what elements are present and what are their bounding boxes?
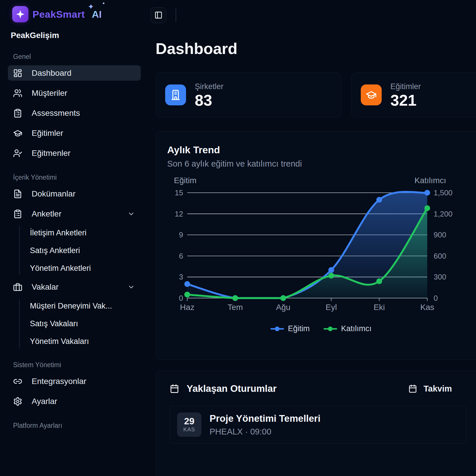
legend-item: Eğitim — [271, 324, 310, 333]
submenu-item[interactable]: İletişim Anketleri — [30, 226, 141, 240]
page-title: Dashboard — [156, 39, 476, 57]
sessions-title: Yaklaşan Oturumlar — [187, 383, 277, 394]
stat-value: 321 — [390, 92, 421, 108]
svg-text:12: 12 — [175, 210, 183, 218]
sidebar-nav: GenelDashboardMüşterilerAssessmentsEğiti… — [8, 53, 141, 430]
sidebar-item-ayarlar[interactable]: Ayarlar — [8, 394, 141, 409]
sidebar-item-dashboard[interactable]: Dashboard — [8, 65, 141, 81]
sidebar-item-entegrasyonlar[interactable]: Entegrasyonlar — [8, 374, 141, 389]
submenu-item[interactable]: Satış Anketleri — [30, 244, 141, 257]
topbar — [150, 7, 476, 23]
chevron-down-icon[interactable] — [127, 210, 135, 218]
svg-text:900: 900 — [434, 230, 446, 239]
chevron-down-icon[interactable] — [127, 283, 135, 291]
legend-marker-icon — [324, 326, 337, 332]
svg-text:Ağu: Ağu — [276, 303, 291, 312]
svg-text:9: 9 — [179, 230, 183, 239]
submenu: Müşteri Deneyimi Vak...Satış VakalarıYön… — [19, 299, 141, 348]
file-text-icon — [13, 189, 22, 199]
brand-ai: AI✦✦ — [92, 9, 102, 20]
sidebar: PeakSmart AI✦✦ PeakGelişim GenelDashboar… — [0, 0, 149, 476]
sessions-list: 29KASProje Yönetimi TemelleriPHEALX · 09… — [170, 406, 466, 443]
link-icon — [13, 377, 22, 386]
sparkle-icon: ✦ — [88, 2, 94, 11]
sidebar-item-label: Ayarlar — [32, 397, 57, 406]
stats-row: Şirketler83Eğitimler321 — [156, 73, 476, 117]
building-icon — [170, 89, 181, 100]
svg-text:0: 0 — [179, 294, 183, 302]
panel-left-icon — [154, 11, 163, 19]
submenu: İletişim AnketleriSatış AnketleriYönetim… — [19, 226, 141, 275]
legend-label: Eğitim — [288, 324, 310, 333]
briefcase-icon — [13, 282, 22, 292]
legend-item: Katılımcı — [324, 324, 372, 333]
sidebar-item-m-teriler[interactable]: Müşteriler — [8, 85, 141, 101]
sidebar-item-label: Eğitmenler — [32, 149, 71, 158]
svg-text:6: 6 — [179, 252, 183, 260]
sidebar-item-label: Vakalar — [32, 282, 59, 292]
layout-dashboard-icon — [13, 68, 22, 78]
monthly-trend-card: Aylık Trend Son 6 aylık eğitim ve katılı… — [156, 131, 476, 360]
svg-text:1,200: 1,200 — [434, 210, 452, 218]
chart-title: Aylık Trend — [167, 144, 476, 156]
session-day: 29 — [184, 416, 194, 426]
session-month: KAS — [183, 426, 195, 433]
clipboard-list-icon — [13, 109, 22, 118]
topbar-divider — [176, 8, 176, 22]
nav-section-label: Platform Ayarları — [13, 422, 141, 430]
brand-name: PeakSmart — [33, 9, 85, 20]
sidebar-item-label: Müşteriler — [32, 89, 67, 98]
svg-text:3: 3 — [179, 273, 183, 281]
sidebar-item-assessments[interactable]: Assessments — [8, 105, 141, 121]
svg-text:Eğitim: Eğitim — [174, 176, 196, 185]
stat-value: 83 — [195, 92, 223, 108]
submenu-item[interactable]: Yönetim Vakaları — [30, 335, 141, 348]
user-check-icon — [13, 149, 22, 158]
submenu-item[interactable]: Müşteri Deneyimi Vak... — [30, 299, 141, 313]
chevron-down-icon — [127, 210, 135, 218]
chart-subtitle: Son 6 aylık eğitim ve katılımcı trendi — [167, 159, 476, 169]
submenu-item[interactable]: Yönetim Anketleri — [30, 262, 141, 275]
session-title: Proje Yönetimi Temelleri — [210, 413, 320, 424]
svg-text:0: 0 — [434, 294, 438, 302]
legend-marker-icon — [271, 326, 284, 332]
sidebar-item-label: Entegrasyonlar — [32, 377, 86, 386]
sidebar-item-label: Dashboard — [32, 68, 71, 78]
sidebar-toggle-button[interactable] — [150, 7, 166, 23]
sidebar-item-e-itimler[interactable]: Eğitimler — [8, 125, 141, 141]
graduation-cap-icon — [13, 129, 22, 138]
svg-text:Kas: Kas — [420, 303, 434, 312]
main-area: Dashboard Şirketler83Eğitimler321 Aylık … — [149, 0, 476, 476]
workspace-name: PeakGelişim — [11, 31, 141, 40]
trend-chart: EğitimKatılımcı00330066009900121,200151,… — [161, 174, 476, 320]
users-icon — [13, 89, 22, 98]
upcoming-sessions-card: Yaklaşan Oturumlar Takvim 29KASProje Yön… — [156, 371, 476, 476]
graduation-cap-icon — [366, 89, 377, 100]
legend-label: Katılımcı — [341, 324, 372, 333]
submenu-item[interactable]: Satış Vakaları — [30, 317, 141, 331]
clipboard-list-icon — [13, 209, 22, 219]
sidebar-item-dok-manlar[interactable]: Dokümanlar — [8, 186, 141, 201]
content: Dashboard Şirketler83Eğitimler321 Aylık … — [150, 39, 476, 476]
gear-icon — [13, 397, 22, 406]
sidebar-item-e-itmenler[interactable]: Eğitmenler — [8, 145, 141, 161]
calendar-icon — [408, 384, 417, 393]
sessions-header: Yaklaşan Oturumlar Takvim — [170, 383, 466, 394]
sparkle-icon: ✦ — [102, 1, 105, 6]
brand: PeakSmart AI✦✦ — [8, 5, 141, 23]
calendar-icon — [170, 384, 179, 393]
session-item[interactable]: 29KASProje Yönetimi TemelleriPHEALX · 09… — [170, 406, 466, 443]
stat-card: Şirketler83 — [156, 73, 341, 117]
calendar-view-button[interactable]: Takvim — [408, 384, 452, 394]
building-icon — [165, 84, 186, 105]
sidebar-item-anketler[interactable]: Anketler — [8, 206, 141, 221]
svg-text:Haz: Haz — [180, 303, 194, 312]
svg-text:Eki: Eki — [374, 303, 385, 312]
svg-text:1,500: 1,500 — [434, 188, 452, 197]
sidebar-item-vakalar[interactable]: Vakalar — [8, 279, 141, 295]
graduation-cap-icon — [361, 84, 382, 105]
stat-label: Şirketler — [195, 82, 223, 91]
sidebar-item-label: Eğitimler — [32, 129, 63, 138]
session-date-badge: 29KAS — [177, 412, 201, 437]
chart-legend: EğitimKatılımcı — [167, 324, 475, 333]
